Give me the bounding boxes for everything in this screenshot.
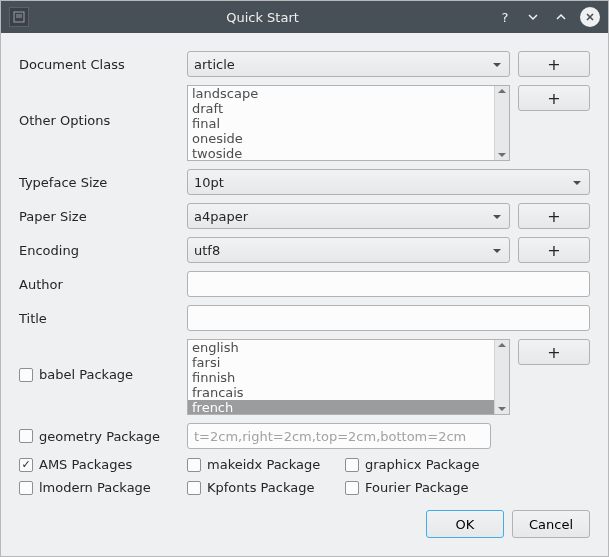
list-item[interactable]: french <box>188 400 494 414</box>
list-item[interactable]: final <box>188 116 494 131</box>
makeidx-checkbox[interactable] <box>187 458 201 472</box>
babel-checkbox[interactable] <box>19 368 33 382</box>
ams-label: AMS Packages <box>39 457 132 472</box>
other-options-label: Other Options <box>19 85 179 128</box>
ok-button[interactable]: OK <box>426 510 504 538</box>
babel-options-list[interactable]: englishfarsifinnishfrancaisfrench <box>187 339 510 415</box>
help-icon[interactable]: ? <box>496 8 514 26</box>
titlebar: Quick Start ? <box>1 1 608 33</box>
ams-checkbox[interactable] <box>19 458 33 472</box>
window-title: Quick Start <box>29 10 496 25</box>
list-item[interactable]: farsi <box>188 355 494 370</box>
geometry-input[interactable] <box>187 423 491 449</box>
geometry-checkbox[interactable] <box>19 429 33 443</box>
title-label: Title <box>19 311 179 326</box>
document-class-add-button[interactable]: + <box>518 51 590 77</box>
maximize-icon[interactable] <box>552 8 570 26</box>
lmodern-checkbox[interactable] <box>19 481 33 495</box>
kpfonts-label: Kpfonts Package <box>207 480 314 495</box>
paper-size-label: Paper Size <box>19 209 179 224</box>
typeface-size-label: Typeface Size <box>19 175 179 190</box>
paper-size-combo[interactable]: a4paper <box>187 203 510 229</box>
document-class-label: Document Class <box>19 57 179 72</box>
other-options-add-button[interactable]: + <box>518 85 590 111</box>
window-controls: ? <box>496 7 600 27</box>
minimize-icon[interactable] <box>524 8 542 26</box>
kpfonts-checkbox[interactable] <box>187 481 201 495</box>
makeidx-label: makeidx Package <box>207 457 320 472</box>
app-icon <box>9 7 29 27</box>
geometry-label: geometry Package <box>39 429 160 444</box>
content-area: Document Class article + Other Options l… <box>1 33 608 556</box>
scrollbar[interactable] <box>494 86 509 160</box>
close-icon[interactable] <box>580 7 600 27</box>
encoding-combo[interactable]: utf8 <box>187 237 510 263</box>
scrollbar[interactable] <box>494 340 509 414</box>
list-item[interactable]: landscape <box>188 86 494 101</box>
paper-size-add-button[interactable]: + <box>518 203 590 229</box>
document-class-combo[interactable]: article <box>187 51 510 77</box>
lmodern-label: lmodern Package <box>39 480 151 495</box>
list-item[interactable]: english <box>188 340 494 355</box>
author-label: Author <box>19 277 179 292</box>
quick-start-dialog: Quick Start ? Document Class article + O… <box>0 0 609 557</box>
typeface-size-combo[interactable]: 10pt <box>187 169 590 195</box>
babel-add-button[interactable]: + <box>518 339 590 365</box>
babel-label: babel Package <box>39 367 133 382</box>
list-item[interactable]: finnish <box>188 370 494 385</box>
author-input[interactable] <box>187 271 590 297</box>
cancel-button[interactable]: Cancel <box>512 510 590 538</box>
list-item[interactable]: oneside <box>188 131 494 146</box>
graphicx-checkbox[interactable] <box>345 458 359 472</box>
title-input[interactable] <box>187 305 590 331</box>
list-item[interactable]: twoside <box>188 146 494 160</box>
other-options-list[interactable]: landscapedraftfinalonesidetwoside <box>187 85 510 161</box>
list-item[interactable]: draft <box>188 101 494 116</box>
graphicx-label: graphicx Package <box>365 457 480 472</box>
dialog-footer: OK Cancel <box>19 504 590 538</box>
list-item[interactable]: francais <box>188 385 494 400</box>
fourier-label: Fourier Package <box>365 480 469 495</box>
fourier-checkbox[interactable] <box>345 481 359 495</box>
encoding-label: Encoding <box>19 243 179 258</box>
encoding-add-button[interactable]: + <box>518 237 590 263</box>
